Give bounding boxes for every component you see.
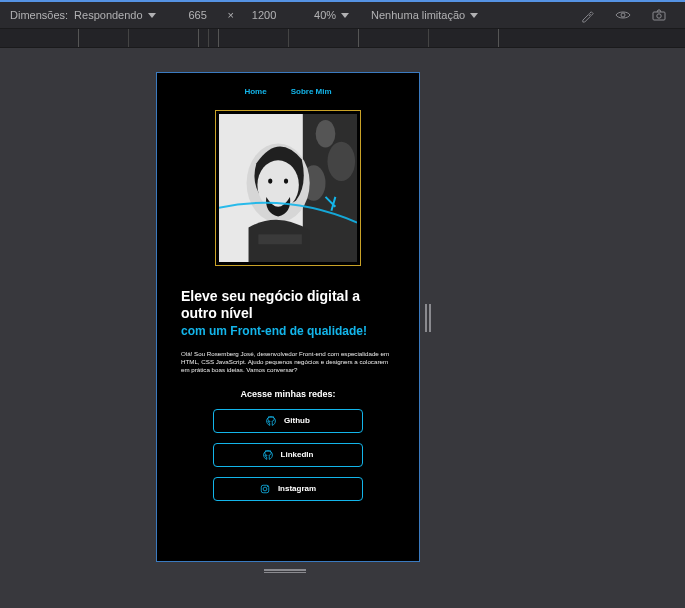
hero-section [157, 106, 419, 274]
social-links: Github LinkedIn Instagram [157, 409, 419, 501]
dimension-separator: × [228, 9, 234, 21]
profile-photo-frame [215, 110, 361, 266]
svg-point-5 [316, 120, 336, 148]
social-title: Acesse minhas redes: [157, 385, 419, 409]
chevron-down-icon [341, 13, 349, 18]
instagram-icon [260, 484, 270, 494]
dimensions-label: Dimensões: [10, 9, 68, 21]
dimensions-preset: Respondendo [74, 9, 143, 21]
svg-point-11 [284, 179, 288, 184]
nav-about[interactable]: Sobre Mim [291, 87, 332, 96]
svg-rect-1 [653, 12, 665, 20]
page-nav: Home Sobre Mim [157, 73, 419, 106]
responsive-toolbar: Dimensões: Respondendo × 40% Nenhuma lim… [0, 2, 685, 28]
eye-icon[interactable] [615, 7, 631, 23]
svg-point-0 [621, 13, 625, 17]
throttling-dropdown[interactable]: Nenhuma limitação [371, 9, 478, 21]
chevron-down-icon [470, 13, 478, 18]
github-icon [266, 416, 276, 426]
dimensions-dropdown[interactable]: Dimensões: Respondendo [10, 9, 156, 21]
resize-handle-vertical[interactable] [425, 304, 431, 332]
throttling-value: Nenhuma limitação [371, 9, 465, 21]
svg-point-6 [327, 142, 355, 181]
linkedin-icon [263, 450, 273, 460]
linkedin-label: LinkedIn [281, 450, 314, 459]
profile-photo [219, 114, 357, 262]
width-input[interactable] [178, 9, 218, 21]
height-input[interactable] [244, 9, 284, 21]
github-label: Github [284, 416, 310, 425]
instagram-label: Instagram [278, 484, 316, 493]
svg-point-14 [263, 487, 267, 491]
eyedropper-icon[interactable] [579, 7, 595, 23]
resize-handle-horizontal[interactable] [264, 569, 306, 573]
device-viewport-area: Home Sobre Mim [0, 48, 685, 608]
zoom-value: 40% [314, 9, 336, 21]
headline: Eleve seu negócio digital a outro nível [157, 274, 419, 324]
device-frame: Home Sobre Mim [156, 72, 420, 562]
instagram-button[interactable]: Instagram [213, 477, 363, 501]
svg-point-15 [267, 486, 268, 487]
zoom-dropdown[interactable]: 40% [314, 9, 349, 21]
ruler [0, 28, 685, 48]
github-button[interactable]: Github [213, 409, 363, 433]
intro-paragraph: Olá! Sou Rosemberg José, desenvolvedor F… [157, 346, 419, 385]
screenshot-icon[interactable] [651, 7, 667, 23]
svg-point-2 [657, 14, 661, 18]
svg-point-10 [268, 179, 272, 184]
chevron-down-icon [148, 13, 156, 18]
nav-home[interactable]: Home [244, 87, 266, 96]
subheadline: com um Front-end de qualidade! [157, 324, 419, 346]
svg-rect-12 [258, 234, 301, 244]
linkedin-button[interactable]: LinkedIn [213, 443, 363, 467]
